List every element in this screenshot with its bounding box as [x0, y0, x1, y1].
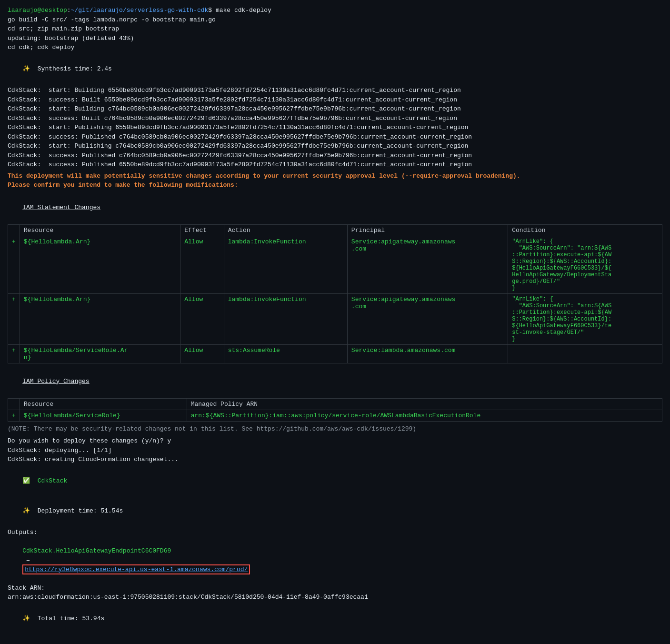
cdk-stack-lines: CdkStack: start: Building 6550be89dcd9fb… [8, 86, 662, 170]
iam-row-2: + ${HelloLambda.Arn} Allow lambda:Invoke… [8, 294, 662, 345]
sparkle-icon-2: ✨ [22, 507, 30, 514]
iam-statement-header: IAM Statement Changes [8, 194, 662, 222]
iam-policy-header: IAM Policy Changes [8, 367, 662, 395]
prompt-path: ~/git/laaraujo/serverless-go-with-cdk [71, 7, 209, 14]
warning-line-1: This deployment will make potentially se… [8, 171, 662, 181]
row1-marker: + [8, 236, 20, 294]
row3-condition [508, 345, 662, 363]
col-action: Action [224, 225, 347, 236]
policy-col-resource: Resource [20, 398, 187, 410]
build-line-4: cd cdk; cdk deploy [8, 43, 662, 52]
note-line: (NOTE: There may be security-related cha… [8, 424, 662, 434]
policy-row1-arn: arn:${AWS::Partition}:iam::aws:policy/se… [187, 410, 662, 421]
policy-row1-marker: + [8, 410, 20, 421]
deploying-line-1: CdkStack: deploying... [1/1] [8, 446, 662, 455]
iam-statement-table-wrapper: Resource Effect Action Principal Conditi… [8, 224, 662, 363]
row3-marker: + [8, 345, 20, 363]
deploying-line-2: CdkStack: creating CloudFormation change… [8, 455, 662, 464]
cdk-line-9: CdkStack: success: Published 6550be89dcd… [8, 160, 662, 170]
row2-action: lambda:InvokeFunction [224, 294, 347, 345]
row2-effect: Allow [180, 294, 224, 345]
row3-effect: Allow [180, 345, 224, 363]
policy-col-arn: Managed Policy ARN [187, 398, 662, 410]
row1-effect: Allow [180, 236, 224, 294]
synthesis-line: ✨ Synthesis time: 2.4s [8, 55, 662, 83]
row3-action: sts:AssumeRole [224, 345, 347, 363]
build-line-2: cd src; zip main.zip bootstrap [8, 24, 662, 34]
row1-action: lambda:InvokeFunction [224, 236, 347, 294]
checkmark-icon: ✅ [22, 477, 30, 484]
total-time-line: ✨ Total time: 53.94s [8, 605, 662, 633]
col-condition: Condition [508, 225, 662, 236]
iam-statement-header-row: Resource Effect Action Principal Conditi… [8, 225, 662, 236]
output-url[interactable]: https://ry3e8wpxoc.execute-api.us-east-1… [22, 564, 250, 574]
iam-policy-table: Resource Managed Policy ARN + ${HelloLam… [8, 398, 662, 422]
prompt-line-2: laaraujo@desktop:~/git/laaraujo/serverle… [8, 640, 662, 644]
terminal-window: laaraujo@desktop:~/git/laaraujo/serverle… [8, 6, 662, 644]
row3-resource: ${HelloLambda/ServiceRole.Arn} [20, 345, 180, 363]
cdk-line-1: CdkStack: start: Building 6550be89dcd9fb… [8, 86, 662, 95]
iam-row-3: + ${HelloLambda/ServiceRole.Arn} Allow s… [8, 345, 662, 363]
prompt-command: make cdk-deploy [216, 7, 271, 14]
row3-principal: Service:lambda.amazonaws.com [347, 345, 508, 363]
iam-row-1: + ${HelloLambda.Arn} Allow lambda:Invoke… [8, 236, 662, 294]
col-marker [8, 225, 20, 236]
cdk-line-6: CdkStack: success: Published c764bc0589c… [8, 132, 662, 142]
iam-policy-header-row: Resource Managed Policy ARN [8, 398, 662, 410]
build-line-1: go build -C src/ -tags lambda.norpc -o b… [8, 15, 662, 25]
confirm-line: Do you wish to deploy these changes (y/n… [8, 436, 662, 446]
warning-line-2: Please confirm you intend to make the fo… [8, 181, 662, 190]
prompt-user: laaraujo@desktop [8, 7, 67, 14]
col-principal: Principal [347, 225, 508, 236]
col-effect: Effect [180, 225, 224, 236]
row1-principal: Service:apigateway.amazonaws.com [347, 236, 508, 294]
row2-resource: ${HelloLambda.Arn} [20, 294, 180, 345]
checkmark-line: ✅ CdkStack [8, 467, 662, 495]
deployment-time-line: ✨ Deployment time: 51.54s [8, 497, 662, 525]
col-resource: Resource [20, 225, 180, 236]
output-line: CdkStack.HelloApiGatewayEndpointC6C0FD69… [8, 537, 662, 584]
row2-condition: "ArnLike": { "AWS:SourceArn": "arn:${AWS… [508, 294, 662, 345]
iam-policy-table-wrapper: Resource Managed Policy ARN + ${HelloLam… [8, 398, 662, 422]
policy-row-1: + ${HelloLambda/ServiceRole} arn:${AWS::… [8, 410, 662, 421]
sparkle-icon: ✨ [22, 65, 30, 72]
policy-row1-resource: ${HelloLambda/ServiceRole} [20, 410, 187, 421]
cdk-line-4: CdkStack: success: Built c764bc0589cb0a9… [8, 114, 662, 123]
row1-condition: "ArnLike": { "AWS:SourceArn": "arn:${AWS… [508, 236, 662, 294]
stack-arn-label: Stack ARN: [8, 584, 662, 593]
row2-principal: Service:apigateway.amazonaws.com [347, 294, 508, 345]
output-key: CdkStack.HelloApiGatewayEndpointC6C0FD69 [22, 547, 171, 554]
row1-resource: ${HelloLambda.Arn} [20, 236, 180, 294]
stack-arn-value: arn:aws:cloudformation:us-east-1:9750502… [8, 593, 662, 602]
prompt-line-1: laaraujo@desktop:~/git/laaraujo/serverle… [8, 6, 662, 15]
cdk-line-5: CdkStack: start: Publishing 6550be89dcd9… [8, 123, 662, 132]
sparkle-icon-3: ✨ [22, 615, 30, 622]
cdk-line-7: CdkStack: start: Publishing c764bc0589cb… [8, 141, 662, 151]
cdk-line-3: CdkStack: start: Building c764bc0589cb0a… [8, 104, 662, 114]
iam-statement-table: Resource Effect Action Principal Conditi… [8, 224, 662, 363]
cdk-line-8: CdkStack: success: Published c764bc0589c… [8, 151, 662, 161]
outputs-label: Outputs: [8, 528, 662, 537]
policy-col-marker [8, 398, 20, 410]
cdk-line-2: CdkStack: success: Built 6550be89dcd9fb3… [8, 95, 662, 105]
row2-marker: + [8, 294, 20, 345]
build-line-3: updating: bootstrap (deflated 43%) [8, 34, 662, 43]
